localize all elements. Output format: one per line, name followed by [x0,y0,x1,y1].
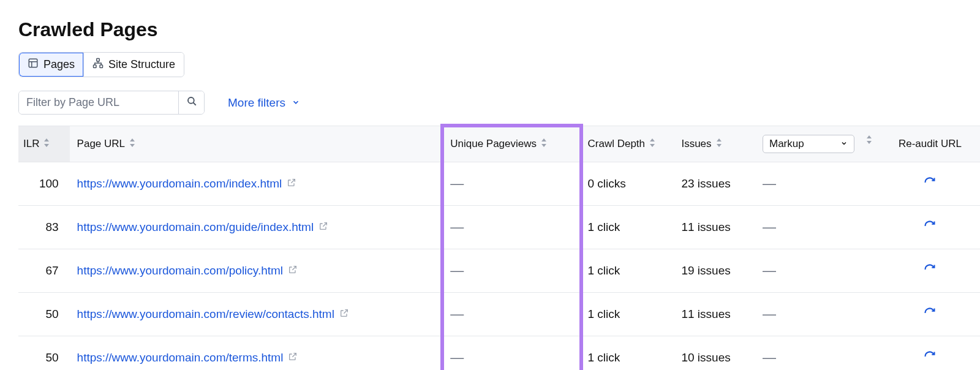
crawl-depth-value: 1 click [581,336,674,371]
ilr-value: 50 [18,336,70,371]
sort-icon [540,138,548,150]
markup-value: — [755,336,880,371]
crawl-depth-value: 0 clicks [581,162,674,206]
tab-pages[interactable]: Pages [19,53,83,77]
svg-marker-18 [867,135,872,138]
unique-pageviews-value: — [443,336,580,371]
col-header-reaudit: Re-audit URL [880,126,980,162]
col-header-url[interactable]: Page URL [70,126,443,162]
external-link-icon[interactable] [287,177,296,191]
col-header-issues-label: Issues [681,138,711,150]
issues-value[interactable]: 10 issues [674,336,755,371]
markup-value: — [755,206,880,249]
svg-line-7 [193,103,195,105]
markup-select[interactable]: Markup [763,135,854,153]
ilr-value: 83 [18,206,70,249]
structure-icon [92,58,104,72]
page-url-link[interactable]: https://www.yourdomain.com/guide/index.h… [77,221,314,233]
filter-row: More filters [18,91,980,115]
table-row: 83https://www.yourdomain.com/guide/index… [18,206,980,249]
col-header-markup[interactable]: Markup [755,126,880,162]
sort-icon [865,135,873,147]
markup-select-label: Markup [769,138,804,150]
crawl-depth-value: 1 click [581,249,674,293]
chevron-down-icon [292,96,300,110]
url-cell: https://www.yourdomain.com/review/contac… [70,293,443,336]
col-header-reaudit-label: Re-audit URL [899,138,962,149]
reaudit-button[interactable] [924,176,936,192]
tab-pages-label: Pages [43,58,75,71]
svg-rect-0 [29,59,37,67]
search-button[interactable] [178,91,204,114]
col-header-unique-pageviews[interactable]: Unique Pageviews [443,126,580,162]
chevron-down-icon [840,138,848,150]
filter-url-input[interactable] [19,91,178,114]
svg-marker-11 [130,144,135,147]
ilr-value: 67 [18,249,70,293]
issues-value[interactable]: 23 issues [674,162,755,206]
reaudit-button[interactable] [924,220,936,235]
markup-value: — [755,293,880,336]
col-header-ilr[interactable]: ILR [18,126,70,162]
sort-icon [649,138,656,150]
table-row: 100https://www.yourdomain.com/index.html… [18,162,980,206]
svg-rect-3 [97,59,100,62]
page-url-link[interactable]: https://www.yourdomain.com/policy.html [77,264,284,277]
reaudit-button[interactable] [924,350,936,366]
reload-icon [924,176,936,192]
page-url-link[interactable]: https://www.yourdomain.com/terms.html [77,351,284,364]
page-url-link[interactable]: https://www.yourdomain.com/review/contac… [77,308,334,320]
reload-icon [924,263,936,279]
issues-value[interactable]: 19 issues [674,249,755,293]
search-icon [186,96,197,110]
svg-rect-4 [94,65,97,68]
reaudit-button[interactable] [924,307,936,322]
crawled-pages-table: ILR Page URL Unique Pageviews Crawl Dept… [18,126,980,370]
url-cell: https://www.yourdomain.com/policy.html [70,249,443,293]
unique-pageviews-value: — [443,249,580,293]
filter-input-group [18,91,205,115]
svg-marker-14 [650,138,655,142]
unique-pageviews-value: — [443,206,580,249]
sort-icon [129,138,136,150]
svg-marker-9 [44,144,49,147]
svg-marker-16 [717,138,722,142]
reload-icon [924,350,936,366]
svg-marker-12 [541,138,546,142]
reload-icon [924,307,936,322]
crawl-depth-value: 1 click [581,206,674,249]
col-header-crawl-depth[interactable]: Crawl Depth [581,126,674,162]
page-url-link[interactable]: https://www.yourdomain.com/index.html [77,177,282,190]
more-filters-button[interactable]: More filters [228,96,300,110]
markup-value: — [755,249,880,293]
svg-marker-15 [650,144,655,147]
col-header-unique-label: Unique Pageviews [450,138,537,150]
col-header-issues[interactable]: Issues [674,126,755,162]
more-filters-label: More filters [228,96,285,110]
col-header-ilr-label: ILR [23,138,39,150]
table-row: 50https://www.yourdomain.com/review/cont… [18,293,980,336]
external-link-icon[interactable] [288,351,298,364]
unique-pageviews-value: — [443,293,580,336]
external-link-icon[interactable] [318,221,328,234]
tab-site-structure[interactable]: Site Structure [83,53,184,77]
url-cell: https://www.yourdomain.com/terms.html [70,336,443,371]
svg-marker-13 [541,144,546,147]
tab-structure-label: Site Structure [108,58,175,71]
url-cell: https://www.yourdomain.com/guide/index.h… [70,206,443,249]
external-link-icon[interactable] [339,308,349,321]
page-title: Crawled Pages [18,18,980,41]
issues-value[interactable]: 11 issues [674,206,755,249]
sort-icon [715,138,723,150]
reload-icon [924,220,936,235]
svg-rect-5 [100,65,103,68]
reaudit-button[interactable] [924,263,936,279]
markup-value: — [755,162,880,206]
pages-icon [28,58,39,72]
sort-icon [43,138,50,150]
issues-value[interactable]: 11 issues [674,293,755,336]
col-header-url-label: Page URL [77,138,125,150]
table-container: ILR Page URL Unique Pageviews Crawl Dept… [18,126,980,370]
col-header-depth-label: Crawl Depth [588,138,646,150]
external-link-icon[interactable] [288,264,298,278]
